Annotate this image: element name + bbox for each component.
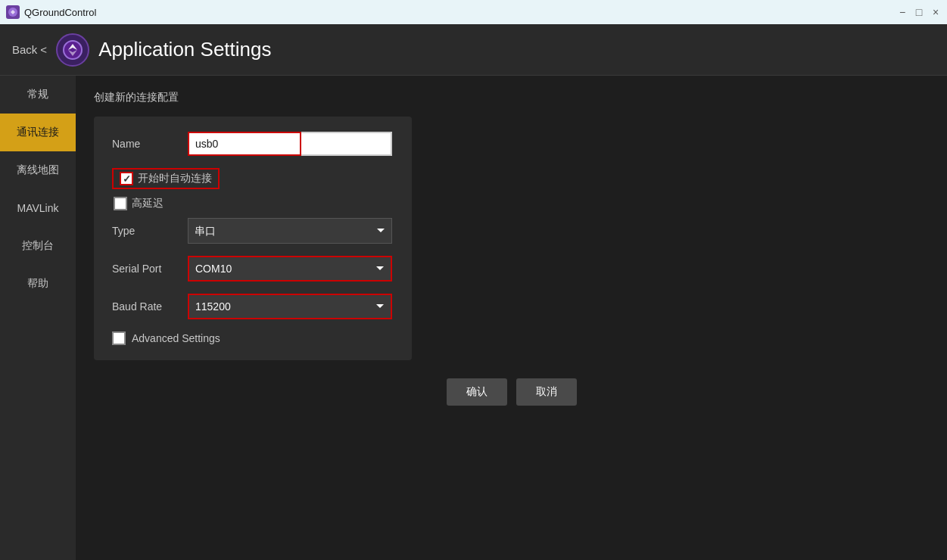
name-inputs	[188, 132, 394, 156]
high-latency-label: 高延迟	[132, 197, 164, 210]
back-button[interactable]: Back <	[12, 43, 47, 56]
back-label: Back	[12, 43, 37, 56]
sidebar-item-help[interactable]: 帮助	[0, 265, 76, 303]
high-latency-checkbox[interactable]	[114, 197, 127, 210]
cancel-button[interactable]: 取消	[516, 378, 577, 406]
main-layout: 常规 通讯连接 离线地图 MAVLink 控制台 帮助 创建新的连接配置 Nam…	[0, 76, 947, 560]
advanced-checkbox[interactable]	[112, 331, 126, 345]
serial-port-row: Serial Port COM10 COM1 COM2 COM3	[112, 256, 394, 282]
auto-connect-label: 开始时自动连接	[138, 172, 212, 185]
maximize-button[interactable]: □	[914, 7, 924, 17]
buttons-row: 确认 取消	[94, 378, 929, 406]
auto-connect-checkbox[interactable]	[120, 172, 133, 185]
sidebar-item-comms[interactable]: 通讯连接	[0, 114, 76, 151]
auto-connect-checkbox-container[interactable]: 开始时自动连接	[112, 168, 220, 189]
minimize-button[interactable]: −	[897, 7, 908, 17]
auto-connect-row: 开始时自动连接	[112, 168, 394, 189]
titlebar-left: QGroundControl	[6, 5, 96, 19]
type-label: Type	[112, 225, 188, 237]
type-row: Type 串口 UDP TCP Bluetooth Log Replay	[112, 218, 394, 244]
name-input-first[interactable]	[188, 132, 301, 156]
sidebar-item-general[interactable]: 常规	[0, 76, 76, 114]
name-row: Name	[112, 132, 394, 156]
svg-point-1	[64, 41, 82, 59]
form-panel: Name 开始时自动连接 高延迟	[94, 117, 412, 360]
sidebar-item-mavlink[interactable]: MAVLink	[0, 189, 76, 227]
section-title: 创建新的连接配置	[94, 91, 929, 104]
chevron-icon: <	[40, 43, 47, 56]
close-button[interactable]: ×	[930, 7, 941, 17]
name-label: Name	[112, 138, 188, 150]
high-latency-checkbox-container[interactable]: 高延迟	[114, 197, 164, 210]
advanced-label: Advanced Settings	[132, 332, 220, 344]
name-input-second[interactable]	[301, 132, 392, 156]
type-select[interactable]: 串口 UDP TCP Bluetooth Log Replay	[188, 218, 392, 244]
sidebar-item-offline-maps[interactable]: 离线地图	[0, 151, 76, 189]
baud-rate-row: Baud Rate 115200 57600 38400 19200 9600	[112, 294, 394, 319]
advanced-row: Advanced Settings	[112, 331, 394, 345]
confirm-button[interactable]: 确认	[447, 378, 507, 406]
serial-port-label: Serial Port	[112, 263, 188, 275]
serial-port-select[interactable]: COM10 COM1 COM2 COM3	[188, 256, 392, 282]
header-logo	[56, 33, 89, 67]
page-title: Application Settings	[98, 38, 271, 61]
app-title: QGroundControl	[24, 7, 96, 18]
headerbar: Back < Application Settings	[0, 24, 947, 76]
sidebar: 常规 通讯连接 离线地图 MAVLink 控制台 帮助	[0, 76, 76, 560]
sidebar-item-console[interactable]: 控制台	[0, 227, 76, 265]
baud-rate-label: Baud Rate	[112, 300, 188, 313]
titlebar-controls: − □ ×	[897, 7, 941, 17]
baud-rate-select[interactable]: 115200 57600 38400 19200 9600	[188, 294, 392, 319]
app-icon	[6, 5, 20, 19]
content-area: 创建新的连接配置 Name 开始时自动连接	[76, 76, 947, 560]
titlebar: QGroundControl − □ ×	[0, 0, 947, 24]
high-latency-row: 高延迟	[112, 197, 394, 210]
